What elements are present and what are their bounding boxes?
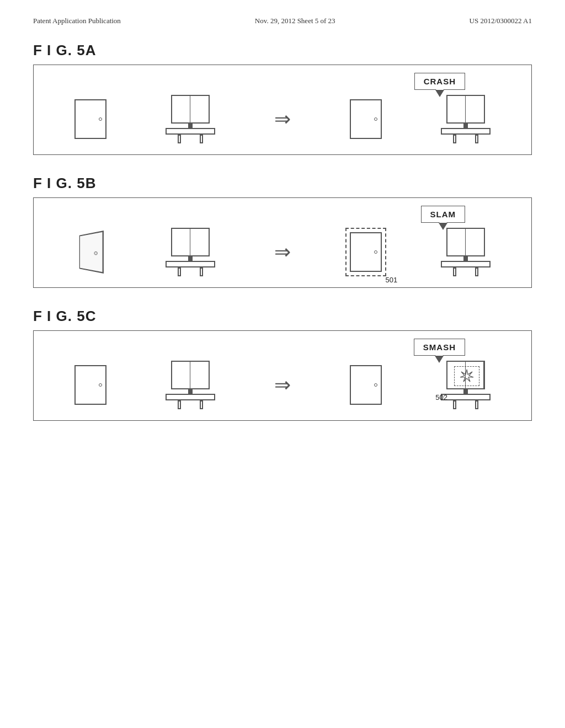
arrow-5a: ⇒ — [274, 108, 291, 131]
after-door-5b: 501 — [350, 232, 382, 272]
smash-bubble: SMASH — [414, 339, 465, 356]
door-open-knob — [94, 251, 97, 255]
figure-5a-box: CRASH — [33, 65, 532, 155]
figure-5b: F I G. 5B SLAM — [33, 175, 532, 288]
monitor-desk-before-5c — [166, 361, 215, 409]
figure-5c: F I G. 5C SMASH — [33, 308, 532, 421]
smash-container: 502 — [441, 361, 491, 409]
monitor-desk-after-5c — [441, 361, 491, 409]
door-dashed-container: 501 — [350, 232, 382, 272]
before-door-5b — [74, 232, 106, 272]
monitor-desk-after-5b — [441, 228, 491, 276]
desk-after-5a — [441, 128, 491, 135]
monitor-desk-before-5b — [166, 228, 215, 276]
desk-legs-after-5a — [444, 135, 488, 143]
desk-legs-before-5a — [168, 135, 212, 143]
figure-5c-box: SMASH — [33, 330, 532, 421]
monitor-after-half-right — [466, 96, 484, 122]
monitor-after-5a — [446, 95, 485, 124]
door-open-5b — [74, 232, 106, 272]
arrow-5b: ⇒ — [274, 240, 291, 264]
door-knob-5c — [99, 383, 102, 387]
crash-bubble: CRASH — [414, 73, 465, 90]
slam-dashed-overlay — [345, 228, 386, 276]
door-closed-5a — [74, 99, 106, 139]
monitor-desk-before-5a — [166, 95, 215, 143]
desk-leg-r — [200, 135, 203, 143]
door-knob-after-5c — [374, 383, 377, 387]
door-after-5a — [350, 99, 382, 139]
before-door-5c — [74, 365, 106, 405]
burst-icon — [459, 368, 475, 384]
figure-5a: F I G. 5A CRASH — [33, 42, 532, 155]
desk-leg-al — [453, 135, 456, 143]
after-monitor-5a — [441, 95, 491, 143]
scene-row-5c: ⇒ — [45, 361, 520, 409]
scene-row-5b: ⇒ 501 — [45, 228, 520, 276]
after-door-5c — [350, 365, 382, 405]
ref-502: 502 — [435, 393, 447, 402]
header-middle: Nov. 29, 2012 Sheet 5 of 23 — [255, 17, 335, 25]
door-closed-5c — [74, 365, 106, 405]
figure-5c-label: F I G. 5C — [33, 308, 532, 325]
scene-row-5a: ⇒ — [45, 95, 520, 143]
door-knob-5a — [99, 117, 102, 121]
after-monitor-5c: 502 — [441, 361, 491, 409]
figure-5b-box: SLAM — [33, 197, 532, 288]
desk-leg-ar — [475, 135, 478, 143]
arrow-5c: ⇒ — [274, 373, 291, 397]
slam-bubble: SLAM — [421, 206, 466, 223]
before-door-5a — [74, 99, 106, 139]
monitor-after-5c — [446, 361, 485, 389]
desk-before-5a — [166, 128, 215, 135]
desk-leg-l — [178, 135, 181, 143]
before-monitor-5a — [166, 95, 215, 143]
svg-marker-0 — [460, 370, 473, 382]
monitor-after-5b — [446, 228, 485, 256]
door-after-5c — [350, 365, 382, 405]
monitor-after-half-left — [447, 96, 466, 122]
ref-501: 501 — [385, 276, 397, 284]
header-left: Patent Application Publication — [33, 17, 121, 25]
monitor-half-left — [172, 96, 190, 122]
figure-5b-label: F I G. 5B — [33, 175, 532, 192]
smash-dashed-box — [454, 366, 479, 386]
monitor-neck-after-5a — [463, 124, 468, 128]
figure-5a-label: F I G. 5A — [33, 42, 532, 59]
monitor-before-5c — [171, 361, 210, 389]
page-header: Patent Application Publication Nov. 29, … — [33, 17, 532, 25]
door-knob-after-5a — [374, 117, 377, 121]
after-door-5a — [350, 99, 382, 139]
monitor-desk-after-5a — [441, 95, 491, 143]
before-monitor-5c — [166, 361, 215, 409]
monitor-before-5a — [171, 95, 210, 124]
header-right: US 2012/0300022 A1 — [470, 17, 532, 25]
monitor-neck-before-5a — [188, 124, 193, 128]
door-open-shape — [79, 231, 103, 274]
monitor-half-right — [190, 96, 209, 122]
monitor-before-5b — [171, 228, 210, 256]
before-monitor-5b — [166, 228, 215, 276]
after-monitor-5b — [441, 228, 491, 276]
